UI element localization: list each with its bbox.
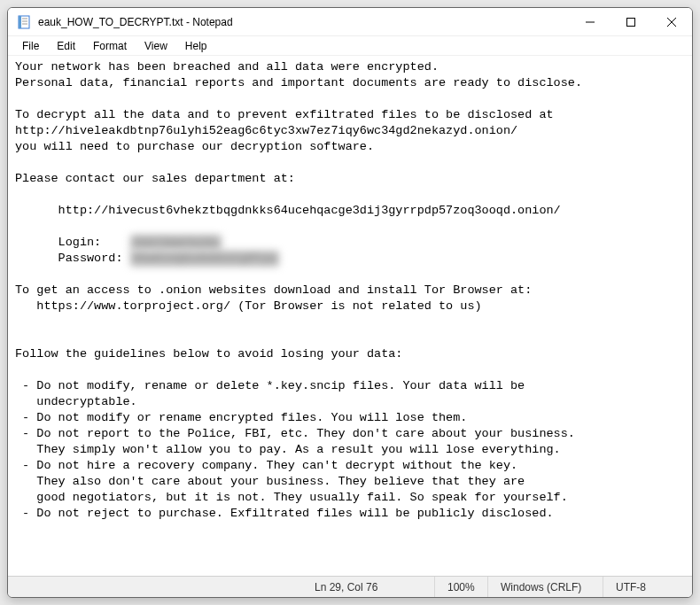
status-eol: Windows (CRLF) [488, 577, 603, 597]
text-line: Follow the guidelines below to avoid los… [15, 347, 402, 361]
close-button[interactable] [651, 8, 692, 35]
text-line: - Do not modify, rename or delete *.key.… [15, 379, 525, 392]
text-line: https://www.torproject.org/ (Tor Browser… [15, 299, 482, 313]
menu-format[interactable]: Format [84, 38, 136, 54]
text-line: good negotiators, but it is not. They us… [15, 491, 568, 504]
statusbar: Ln 29, Col 76 100% Windows (CRLF) UTF-8 [8, 576, 692, 597]
text-line: undecryptable. [15, 395, 137, 408]
titlebar: eauk_HOW_TO_DECRYPT.txt - Notepad [8, 8, 692, 36]
window-title: eauk_HOW_TO_DECRYPT.txt - Notepad [38, 16, 570, 28]
text-line: To decrypt all the data and to prevent e… [15, 108, 554, 121]
text-line: you will need to purchase our decryption… [15, 140, 374, 153]
minimize-button[interactable] [570, 8, 611, 35]
svg-rect-1 [19, 16, 21, 28]
menu-help[interactable]: Help [176, 38, 216, 54]
login-label: Login: [15, 236, 130, 249]
notepad-window: eauk_HOW_TO_DECRYPT.txt - Notepad File E… [7, 7, 693, 598]
text-line: - Do not report to the Police, FBI, etc.… [15, 427, 575, 440]
maximize-button[interactable] [611, 8, 651, 35]
login-value-redacted: YbX73bm7kl5c [130, 235, 222, 251]
text-line: Your network has been breached and all d… [15, 60, 439, 74]
menu-file[interactable]: File [13, 38, 48, 54]
text-area[interactable]: Your network has been breached and all d… [8, 56, 692, 576]
password-label: Password: [15, 252, 130, 265]
text-line: http://hiveleakdbtnp76ulyhi52eag6c6tyc3x… [15, 124, 517, 137]
text-line: To get an access to .onion websites down… [15, 283, 532, 297]
notepad-icon [17, 15, 31, 29]
menu-edit[interactable]: Edit [48, 38, 84, 54]
svg-rect-6 [627, 18, 635, 26]
text-line: - Do not reject to purchase. Exfiltrated… [15, 507, 554, 520]
password-value-redacted: R5wKtkQ8i8U8SlCgPFyw [130, 251, 279, 267]
text-line: - Do not modify or rename encrypted file… [15, 411, 467, 424]
text-line: Please contact our sales department at: [15, 172, 295, 185]
text-line: They also don't care about your business… [15, 475, 525, 488]
status-zoom: 100% [435, 577, 488, 597]
text-line: - Do not hire a recovery company. They c… [15, 459, 517, 472]
status-position: Ln 29, Col 76 [302, 577, 435, 597]
window-controls [570, 8, 692, 35]
text-line: They simply won't allow you to pay. As a… [15, 443, 561, 456]
text-line: http://hivecust6vhekztbqgdnkks64ucehqacg… [15, 204, 561, 217]
menu-view[interactable]: View [136, 38, 176, 54]
status-encoding: UTF-8 [603, 577, 692, 597]
menubar: File Edit Format View Help [8, 36, 692, 56]
text-line: Personal data, financial reports and imp… [15, 76, 582, 89]
